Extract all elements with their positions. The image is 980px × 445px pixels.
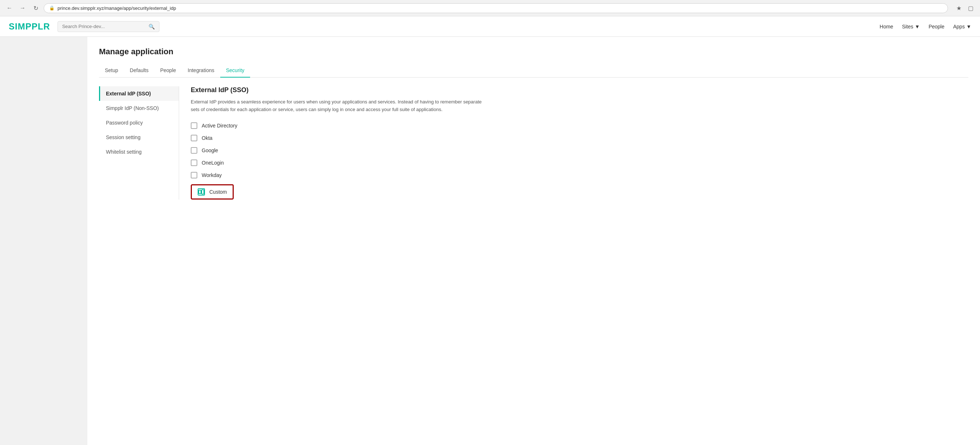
left-sidebar [0, 37, 88, 445]
list-item[interactable]: Okta [191, 135, 957, 141]
search-icon: 🔍 [148, 24, 155, 29]
nav-apps[interactable]: Apps ▼ [953, 24, 971, 29]
back-button[interactable]: ← [4, 3, 14, 13]
browser-actions: ★ ▢ [954, 3, 976, 13]
forward-button[interactable]: → [18, 3, 28, 13]
tab-setup[interactable]: Setup [99, 64, 124, 78]
url-text: prince.dev.simpplr.xyz/manage/app/securi… [57, 5, 942, 11]
search-input[interactable] [62, 24, 146, 29]
checkbox-onelogin[interactable] [191, 159, 197, 166]
option-label-workday: Workday [202, 172, 222, 178]
bookmark-button[interactable]: ★ [954, 3, 964, 13]
nav-people[interactable]: People [929, 24, 945, 29]
tab-integrations[interactable]: Integrations [182, 64, 220, 78]
chevron-down-icon: ▼ [915, 24, 920, 29]
list-item[interactable]: Active Directory [191, 122, 957, 129]
list-item[interactable]: Workday [191, 172, 957, 179]
security-content: External IdP (SSO) External IdP provides… [179, 86, 968, 199]
list-item[interactable]: Custom [191, 184, 957, 199]
checkbox-workday[interactable] [191, 172, 197, 179]
checkbox-google[interactable] [191, 147, 197, 154]
checkbox-okta[interactable] [191, 135, 197, 141]
custom-highlight-box: Custom [191, 184, 234, 199]
list-item[interactable]: Google [191, 147, 957, 154]
checkbox-inner [199, 190, 201, 194]
section-title: External IdP (SSO) [191, 86, 957, 94]
browser-chrome: ← → ↻ 🔒 prince.dev.simpplr.xyz/manage/ap… [0, 0, 980, 16]
checkbox-list: Active Directory Okta Google [191, 122, 957, 199]
nav-home[interactable]: Home [880, 24, 893, 29]
menu-item-whitelist-setting[interactable]: Whitelist setting [99, 145, 179, 159]
lock-icon: 🔒 [49, 5, 55, 11]
content-area: External IdP (SSO) Simpplr IdP (Non-SSO)… [99, 86, 968, 199]
search-bar[interactable]: 🔍 [57, 21, 159, 32]
nav-links: Home Sites ▼ People Apps ▼ [880, 24, 971, 29]
main-content: Manage application Setup Defaults People… [88, 37, 980, 445]
page-title: Manage application [99, 47, 968, 56]
tab-people[interactable]: People [154, 64, 182, 78]
tab-security[interactable]: Security [220, 64, 250, 78]
menu-item-simpplr-idp[interactable]: Simpplr IdP (Non-SSO) [99, 101, 179, 115]
tab-defaults[interactable]: Defaults [124, 64, 154, 78]
section-description: External IdP provides a seamless experie… [191, 98, 482, 113]
chevron-down-icon: ▼ [966, 24, 971, 29]
checkbox-active-directory[interactable] [191, 122, 197, 129]
address-bar[interactable]: 🔒 prince.dev.simpplr.xyz/manage/app/secu… [44, 3, 948, 13]
nav-sites[interactable]: Sites ▼ [902, 24, 920, 29]
logo-text: SIMPPLR [9, 21, 50, 31]
option-label-active-directory: Active Directory [202, 123, 237, 129]
page-layout: Manage application Setup Defaults People… [0, 37, 980, 445]
option-label-onelogin: OneLogin [202, 160, 224, 166]
menu-item-external-idp[interactable]: External IdP (SSO) [99, 86, 179, 101]
option-label-okta: Okta [202, 135, 213, 141]
logo: SIMPPLR [9, 21, 50, 32]
top-nav: SIMPPLR 🔍 Home Sites ▼ People Apps ▼ [0, 16, 980, 37]
checkbox-custom[interactable] [198, 188, 205, 196]
tabs: Setup Defaults People Integrations Secur… [99, 64, 968, 78]
list-item[interactable]: OneLogin [191, 159, 957, 166]
option-label-custom: Custom [209, 189, 227, 195]
menu-item-session-setting[interactable]: Session setting [99, 130, 179, 145]
menu-item-password-policy[interactable]: Password policy [99, 115, 179, 130]
window-button[interactable]: ▢ [966, 3, 976, 13]
side-menu: External IdP (SSO) Simpplr IdP (Non-SSO)… [99, 86, 179, 199]
option-label-google: Google [202, 147, 218, 153]
reload-button[interactable]: ↻ [30, 3, 41, 13]
